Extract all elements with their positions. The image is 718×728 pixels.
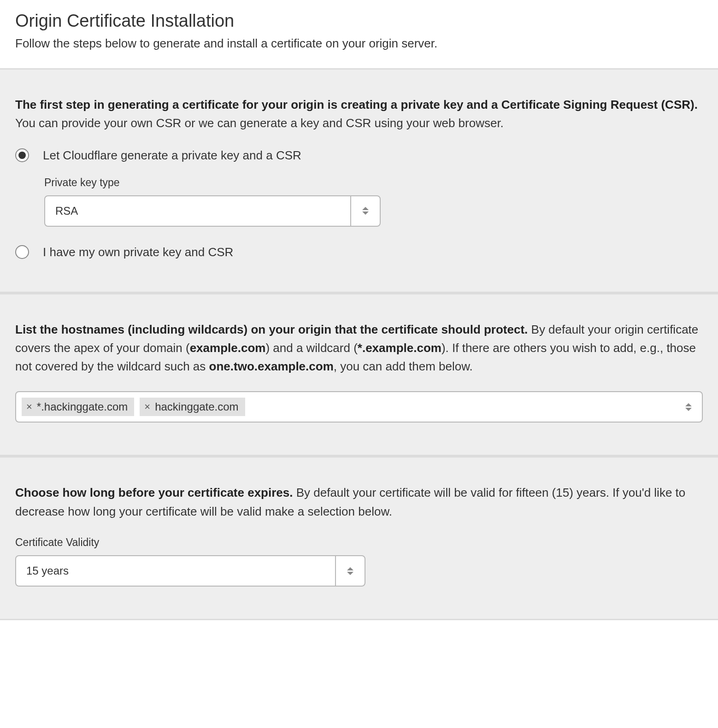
hostnames-tag-row: × *.hackinggate.com × hackinggate.com	[22, 398, 680, 416]
step3-intro-bold: Choose how long before your certificate …	[15, 486, 293, 499]
radio-generate-row[interactable]: Let Cloudflare generate a private key an…	[15, 148, 703, 163]
tag-remove-icon[interactable]: ×	[26, 402, 32, 412]
hostname-tag: × hackinggate.com	[140, 398, 245, 416]
private-key-type-value: RSA	[45, 196, 350, 226]
hostnames-input[interactable]: × *.hackinggate.com × hackinggate.com	[15, 391, 703, 423]
select-caret-icon	[350, 196, 380, 226]
caret-down-icon	[347, 572, 353, 575]
step2-seg4: , you can add them below.	[334, 359, 473, 373]
private-key-type-select[interactable]: RSA	[44, 195, 381, 227]
tag-remove-icon[interactable]: ×	[144, 402, 150, 412]
step3-intro: Choose how long before your certificate …	[15, 483, 703, 521]
select-caret-icon	[335, 556, 365, 586]
private-key-type-label: Private key type	[44, 176, 703, 189]
caret-down-icon	[685, 408, 692, 411]
certificate-validity-label: Certificate Validity	[15, 536, 703, 549]
caret-up-icon	[685, 403, 692, 406]
step2-intro: List the hostnames (including wildcards)…	[15, 320, 703, 376]
step1-intro: The first step in generating a certifica…	[15, 95, 703, 133]
radio-own[interactable]	[15, 245, 29, 259]
radio-generate-label: Let Cloudflare generate a private key an…	[43, 148, 301, 163]
radio-own-row[interactable]: I have my own private key and CSR	[15, 245, 703, 259]
page-subtitle: Follow the steps below to generate and i…	[15, 36, 703, 51]
radio-own-label: I have my own private key and CSR	[43, 245, 233, 259]
step1-panel: The first step in generating a certifica…	[0, 68, 718, 293]
step2-intro-bold: List the hostnames (including wildcards)…	[15, 323, 528, 336]
step2-panel: List the hostnames (including wildcards)…	[0, 293, 718, 457]
step2-example-sub: one.two.example.com	[209, 359, 334, 373]
step1-intro-bold: The first step in generating a certifica…	[15, 98, 698, 112]
hostname-tag: × *.hackinggate.com	[22, 398, 134, 416]
private-key-type-group: Private key type RSA	[44, 176, 703, 227]
step2-example-apex: example.com	[190, 341, 266, 355]
caret-down-icon	[362, 211, 369, 215]
hostname-tag-label: *.hackinggate.com	[37, 400, 128, 413]
step1-intro-rest: You can provide your own CSR or we can g…	[15, 116, 504, 130]
page-title: Origin Certificate Installation	[15, 11, 703, 31]
radio-generate[interactable]	[15, 148, 29, 162]
caret-up-icon	[362, 207, 369, 210]
page-header: Origin Certificate Installation Follow t…	[0, 0, 718, 68]
hostname-tag-label: hackinggate.com	[155, 400, 238, 413]
certificate-validity-value: 15 years	[16, 556, 335, 586]
certificate-validity-select[interactable]: 15 years	[15, 555, 365, 587]
step2-example-wild: *.example.com	[358, 341, 441, 355]
hostnames-caret-icon	[685, 403, 696, 411]
step3-panel: Choose how long before your certificate …	[0, 456, 718, 620]
caret-up-icon	[347, 567, 353, 570]
step2-seg2: ) and a wildcard (	[265, 341, 357, 355]
